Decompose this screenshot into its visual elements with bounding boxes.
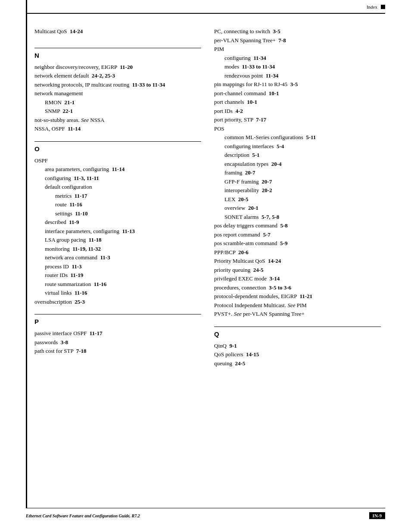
entry-procedures: procedures, connection 3-5 to 3-6: [214, 283, 381, 292]
page-ref: 3-5: [273, 28, 280, 34]
entry-network-area: network area command 11-3: [34, 253, 201, 262]
entry-text: virtual links 11-16: [45, 289, 87, 296]
entry-interface-params: interface parameters, configuring 11-13: [34, 227, 201, 236]
page-ref: 10-1: [247, 99, 257, 105]
page-ref: 22-1: [62, 108, 73, 114]
entry-text: area parameters, configuring 11-14: [45, 166, 125, 172]
page-ref: 11-14: [68, 125, 81, 132]
main-content: Multicast QoS 14-24 N neighbor discovery…: [34, 24, 381, 502]
entry-text: configuring 11-3, 11-11: [45, 175, 99, 181]
page-ref: 3-14: [270, 275, 280, 282]
entry-text: settings 11-10: [55, 210, 88, 217]
page-header: Index: [367, 4, 385, 9]
entry-pos-framing: framing 20-7: [214, 168, 381, 177]
entry-text: pos scramble-atm command 5-9: [214, 240, 287, 246]
entry-lsa-group: LSA group pacing 11-18: [34, 236, 201, 244]
entry-text: common ML-Series configurations 5-11: [224, 134, 316, 140]
page-ref: 11-34: [253, 55, 266, 61]
footer-title: Ethernet Card Software Feature and Confi…: [26, 513, 140, 518]
page-ref: 11-18: [89, 236, 102, 243]
section-o-letter: O: [34, 145, 40, 152]
left-column: Multicast QoS 14-24 N neighbor discovery…: [34, 24, 201, 502]
page-ref: 20-4: [271, 161, 282, 167]
entry-nssa: NSSA, OSPF 11-14: [34, 124, 201, 133]
page-ref: 20-2: [262, 187, 272, 193]
entry-pin-mappings: pin mappings for RJ-11 to RJ-45 3-5: [214, 80, 381, 89]
page-ref: 11-13: [122, 228, 135, 234]
section-n-divider: [34, 48, 201, 48]
entry-text: PC, connecting to switch 3-5: [214, 28, 280, 34]
page-ref: 7-17: [256, 116, 266, 123]
entry-pim: PIM: [214, 45, 381, 53]
page-ref: 3-8: [61, 339, 68, 345]
page-ref: 5-1: [252, 152, 259, 158]
entry-passwords: passwords 3-8: [34, 338, 201, 347]
entry-settings: settings 11-10: [34, 209, 201, 218]
entry-priority-multicast: Priority Multicast QoS 14-24: [214, 257, 381, 265]
entry-network-management: network management: [34, 89, 201, 98]
entry-text: networking protocols, IP multicast routi…: [34, 81, 165, 88]
entry-network-element: network element default 24-2, 25-3: [34, 72, 201, 80]
page-ref: 10-1: [269, 90, 279, 96]
page-ref: 20-7: [245, 169, 255, 176]
entry-process-id: process ID 11-3: [34, 262, 201, 271]
page-ref: 11-16: [69, 201, 82, 208]
entry-text: Priority Multicast QoS 14-24: [214, 258, 281, 264]
entry-route-summarization: route summarization 11-16: [34, 280, 201, 289]
page-ref: 11-16: [94, 281, 107, 287]
entry-text: configuring interfaces 5-4: [224, 143, 284, 149]
entry-text: interface parameters, configuring 11-13: [45, 228, 135, 234]
entry-text: port-channel command 10-1: [214, 90, 279, 96]
entry-text: protocol-dependent modules, EIGRP 11-21: [214, 293, 312, 299]
page-ref: 24-2, 25-3: [92, 72, 115, 79]
section-n-letter: N: [34, 52, 39, 59]
entry-per-vlan: per-VLAN Spanning Tree+ 7-8: [214, 36, 381, 45]
entry-text: process ID 11-3: [45, 263, 82, 270]
entry-configuring: configuring 11-3, 11-11: [34, 174, 201, 183]
page-ref: 11-19, 11-32: [72, 246, 101, 252]
entry-router-ids: router IDs 11-19: [34, 271, 201, 280]
page-ref: 3-5: [290, 81, 298, 87]
entry-text: encapsulation types 20-4: [224, 161, 282, 167]
page-ref: 4-2: [235, 108, 243, 114]
entry-rmon: RMON 21-1: [34, 98, 201, 107]
entry-neighbor: neighbor discovery/recovery, EIGRP 11-20: [34, 63, 201, 72]
left-border: [26, 0, 27, 508]
entry-queuing: queuing 24-5: [214, 359, 381, 368]
entry-text: route 11-16: [55, 201, 82, 208]
page-ref: 5-7: [263, 231, 270, 238]
entry-pos-description: description 5-1: [214, 151, 381, 159]
page-ref: 11-33 to 11-34: [242, 63, 275, 70]
entry-virtual-links: virtual links 11-16: [34, 289, 201, 297]
entry-text: NSSA, OSPF 11-14: [34, 125, 81, 132]
entry-pos-configuring-interfaces: configuring interfaces 5-4: [214, 142, 381, 151]
entry-text: RMON 21-1: [45, 99, 75, 106]
page-ref: 7-8: [278, 37, 286, 44]
entry-oversubscription: oversubscription 25-3: [34, 298, 201, 306]
entry-pos: POS: [214, 124, 381, 133]
entry-text: described 11-9: [45, 219, 79, 225]
entry-described: described 11-9: [34, 218, 201, 227]
page-ref: 11-9: [69, 219, 79, 225]
section-q-divider: [214, 327, 381, 327]
page-ref: 11-17: [75, 193, 87, 199]
page: Index Multicast QoS 14-24 N neighbor dis…: [0, 0, 411, 532]
entry-text: Multicast QoS 14-24: [34, 28, 83, 34]
page-ref: 5-4: [277, 143, 284, 149]
entry-text: SONET alarms 5-7, 5-8: [224, 214, 279, 220]
entry-protocol-dependent: protocol-dependent modules, EIGRP 11-21: [214, 292, 381, 301]
entry-metrics: metrics 11-17: [34, 192, 201, 200]
entry-text: router IDs 11-19: [45, 272, 83, 278]
entry-text: OSPF: [34, 157, 48, 164]
page-footer: Ethernet Card Software Feature and Confi…: [26, 512, 385, 519]
entry-text: SNMP 22-1: [45, 108, 73, 114]
entry-text: port channels 10-1: [214, 99, 257, 105]
entry-pos-overview: overview 20-1: [214, 204, 381, 212]
entry-text: QinQ 9-1: [214, 342, 237, 349]
entry-text: procedures, connection 3-5 to 3-6: [214, 284, 291, 291]
entry-text: port priority, STP 7-17: [214, 116, 266, 123]
page-ref: 14-24: [268, 258, 281, 264]
entry-text: PVST+. See per-VLAN Spanning Tree+: [214, 311, 305, 317]
multicast-qos-entry: Multicast QoS 14-24: [34, 27, 201, 36]
right-column: PC, connecting to switch 3-5 per-VLAN Sp…: [214, 24, 381, 502]
